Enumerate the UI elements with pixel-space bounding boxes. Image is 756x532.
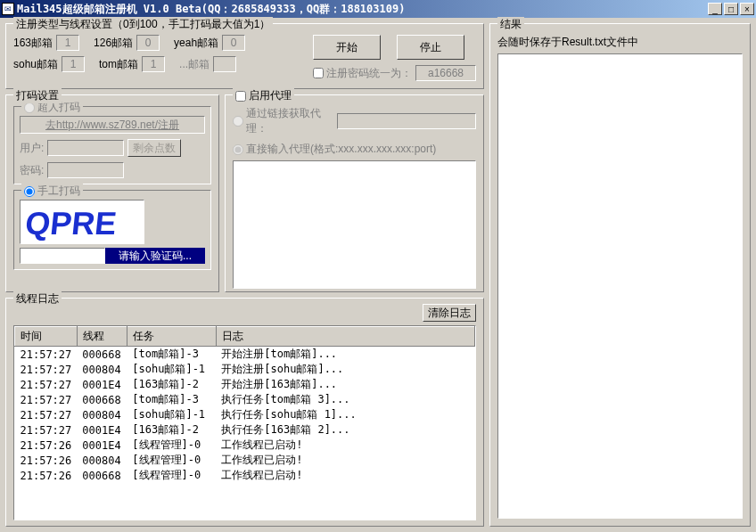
- chaoren-subgroup: 超人打码 去http://www.sz789.net/注册 用户: 剩余点数 密…: [13, 106, 211, 184]
- close-button[interactable]: ×: [740, 3, 754, 15]
- table-row[interactable]: 21:57:27000668[tom邮箱]-3执行任务[tom邮箱 3]...: [15, 392, 475, 407]
- captcha-submit-button[interactable]: 请输入验证码...: [105, 248, 205, 264]
- proxy-legend: 启用代理: [249, 88, 292, 103]
- manual-radio[interactable]: [24, 186, 35, 197]
- col-msg[interactable]: 日志: [216, 327, 474, 347]
- col-time[interactable]: 时间: [15, 327, 78, 347]
- label-126: 126邮箱: [94, 36, 133, 51]
- proxy-link-radio: [233, 116, 243, 127]
- table-row[interactable]: 21:57:270001E4[163邮箱]-2执行任务[163邮箱 2]...: [15, 422, 475, 438]
- svg-text:QPRE: QPRE: [24, 205, 119, 241]
- chaoren-radio[interactable]: [24, 102, 35, 113]
- table-row[interactable]: 21:57:26000668[线程管理]-0工作线程已启动!: [15, 468, 475, 483]
- table-row[interactable]: 21:57:260001E4[线程管理]-0工作线程已启动!: [15, 438, 475, 453]
- label-163: 163邮箱: [13, 36, 53, 51]
- captcha-input[interactable]: [20, 248, 105, 264]
- input-126[interactable]: [136, 35, 160, 51]
- register-settings-group: 注册类型与线程设置（0到100，手工打码最大值为1） 163邮箱 126邮箱 y…: [5, 23, 484, 89]
- label-yeah: yeah邮箱: [174, 36, 218, 51]
- manual-label: 手工打码: [37, 184, 80, 199]
- table-row[interactable]: 21:57:26000804[线程管理]-0工作线程已启动!: [15, 453, 475, 468]
- proxy-link-label: 通过链接获取代理：: [246, 106, 333, 136]
- stop-button[interactable]: 停止: [397, 35, 464, 60]
- log-table[interactable]: 时间 线程 任务 日志 21:57:27000668[tom邮箱]-3开始注册[…: [13, 325, 476, 520]
- app-icon: ✉: [2, 3, 14, 15]
- user-input: [47, 140, 124, 156]
- label-sohu: sohu邮箱: [13, 57, 58, 72]
- label-dots: ...邮箱: [179, 57, 210, 72]
- points-button: 剩余点数: [127, 139, 181, 157]
- table-row[interactable]: 21:57:27000668[tom邮箱]-3开始注册[tom邮箱]...: [15, 347, 475, 363]
- dama-legend: 打码设置: [13, 88, 62, 103]
- input-tom[interactable]: [142, 56, 165, 72]
- proxy-group: 启用代理 通过链接获取代理： 直接输入代理(格式:xxx.xxx.xxx.xxx…: [225, 94, 484, 292]
- log-legend: 线程日志: [13, 291, 62, 307]
- pw-input: [47, 162, 124, 178]
- unify-password-checkbox[interactable]: 注册密码统一为：: [313, 66, 412, 81]
- proxy-direct-label: 直接输入代理(格式:xxx.xxx.xxx.xxx:port): [246, 142, 436, 157]
- clear-log-button[interactable]: 清除日志: [423, 304, 476, 322]
- col-thread[interactable]: 线程: [77, 327, 127, 347]
- input-dots: [213, 56, 236, 72]
- proxy-list-area[interactable]: [233, 160, 476, 289]
- label-tom: tom邮箱: [99, 57, 138, 72]
- dama-group: 打码设置 超人打码 去http://www.sz789.net/注册 用户: 剩…: [5, 94, 219, 292]
- table-row[interactable]: 21:57:27000804[sohu邮箱]-1执行任务[sohu邮箱 1]..…: [15, 407, 475, 422]
- window-title: Mail345超级邮箱注册机 V1.0 Beta(QQ：2685849333，Q…: [17, 2, 708, 17]
- start-button[interactable]: 开始: [313, 35, 381, 60]
- titlebar[interactable]: ✉ Mail345超级邮箱注册机 V1.0 Beta(QQ：2685849333…: [0, 0, 756, 18]
- manual-subgroup: 手工打码 QPRE 请输入验证码...: [13, 190, 211, 270]
- proxy-direct-radio: [233, 144, 243, 155]
- result-legend: 结果: [497, 17, 524, 32]
- result-group: 结果 会随时保存于Result.txt文件中: [489, 23, 751, 527]
- proxy-link-input: [337, 113, 476, 129]
- maximize-button[interactable]: □: [724, 3, 738, 15]
- user-label: 用户:: [20, 141, 44, 156]
- register-legend: 注册类型与线程设置（0到100，手工打码最大值为1）: [13, 17, 273, 32]
- captcha-image: QPRE: [20, 200, 144, 244]
- result-textarea[interactable]: [497, 53, 743, 519]
- pw-label: 密码:: [20, 163, 44, 178]
- chaoren-register-link: 去http://www.sz789.net/注册: [20, 116, 205, 134]
- table-row[interactable]: 21:57:270001E4[163邮箱]-2开始注册[163邮箱]...: [15, 377, 475, 392]
- col-task[interactable]: 任务: [127, 327, 216, 347]
- enable-proxy-checkbox[interactable]: [235, 91, 246, 102]
- unify-password-value[interactable]: [415, 65, 476, 81]
- minimize-button[interactable]: _: [708, 3, 722, 15]
- result-note: 会随时保存于Result.txt文件中: [497, 35, 743, 50]
- log-group: 线程日志 清除日志 时间 线程 任务 日志 21:57:27000668[tom…: [5, 298, 484, 527]
- input-163[interactable]: [56, 35, 79, 51]
- input-sohu[interactable]: [62, 56, 85, 72]
- input-yeah[interactable]: [222, 35, 245, 51]
- table-row[interactable]: 21:57:27000804[sohu邮箱]-1开始注册[sohu邮箱]...: [15, 362, 475, 377]
